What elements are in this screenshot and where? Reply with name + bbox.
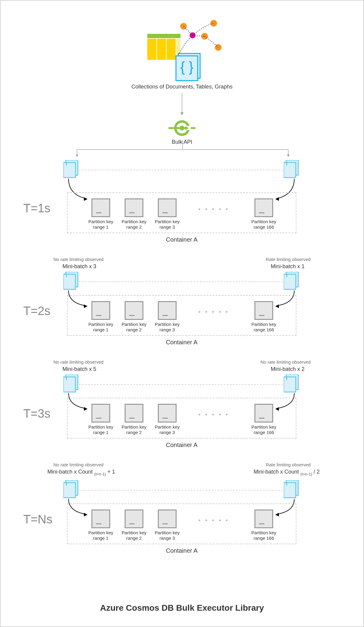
partition-box-icon xyxy=(158,301,177,320)
note-left-2: No rate limiting observed xyxy=(53,257,104,262)
partition-166: Partition keyrange 166 xyxy=(249,301,279,333)
doc-stack-right-3 xyxy=(284,375,299,393)
partition-2: Partition keyrange 2 xyxy=(119,198,149,230)
batch-prefix-left: Mini-batch x Count xyxy=(47,469,94,475)
partition-box-icon xyxy=(254,301,273,320)
container-box-2: Partition keyrange 1Partition keyrange 2… xyxy=(67,295,296,336)
doc-stack-right-n xyxy=(284,480,299,499)
batch-sub-left: (t=n-1) xyxy=(94,472,106,476)
partition-box-icon xyxy=(125,510,143,528)
batch-left-2: Mini-batch x 3 xyxy=(62,263,96,270)
partition-box-icon xyxy=(91,198,110,217)
svg-rect-42 xyxy=(284,377,296,392)
partition-box-icon xyxy=(254,198,273,217)
partition-label: Partition keyrange 2 xyxy=(119,322,149,333)
partition-3: Partition keyrange 3 xyxy=(152,198,182,230)
partition-3: Partition keyrange 3 xyxy=(152,510,182,541)
bulk-api-icon xyxy=(168,120,196,136)
time-label-2: T=2s xyxy=(23,304,50,318)
batch-right-2: Mini-batch x 1 xyxy=(271,263,305,270)
ellipsis-icon: ● ● ● ● ● xyxy=(193,404,235,416)
batch-suffix-left: + 1 xyxy=(106,469,115,475)
container-box-1: Partition keyrange 1Partition keyrange 2… xyxy=(67,192,296,233)
partition-box-icon xyxy=(91,510,110,528)
fanout-connector xyxy=(68,140,297,169)
note-right-3: No rate limiting observed xyxy=(260,359,311,365)
partition-label: Partition keyrange 166 xyxy=(249,530,279,541)
svg-rect-3 xyxy=(167,39,176,60)
svg-point-17 xyxy=(180,126,184,130)
svg-rect-28 xyxy=(284,162,296,178)
partition-166: Partition keyrange 166 xyxy=(249,198,279,230)
partition-166: Partition keyrange 166 xyxy=(249,510,279,541)
partition-label: Partition keyrange 1 xyxy=(86,530,116,541)
batch-right-n: Mini-batch x Count (t=n-1) / 2 xyxy=(254,469,320,475)
doc-connector-3 xyxy=(79,384,284,385)
doc-stack-right-2 xyxy=(284,272,299,291)
batch-left-n: Mini-batch x Count (t=n-1) + 1 xyxy=(47,469,115,475)
partition-3: Partition keyrange 3 xyxy=(152,301,182,333)
partition-label: Partition keyrange 2 xyxy=(119,219,149,230)
container-label-n: Container A xyxy=(68,547,296,554)
partition-2: Partition keyrange 2 xyxy=(119,404,149,435)
partition-1: Partition keyrange 1 xyxy=(86,510,116,541)
time-label-n: T=Ns xyxy=(23,513,53,526)
batch-right-3: Mini-batch x 2 xyxy=(271,366,305,372)
partition-label: Partition keyrange 3 xyxy=(152,322,182,333)
note-left-n: No rate limiting observed xyxy=(53,462,104,467)
partition-label: Partition keyrange 3 xyxy=(152,219,182,230)
partition-box-icon xyxy=(254,510,273,528)
partition-label: Partition keyrange 2 xyxy=(119,530,149,541)
svg-point-6 xyxy=(210,20,217,27)
doc-stack-left-2 xyxy=(63,272,79,291)
partition-2: Partition keyrange 2 xyxy=(119,510,149,541)
doc-connector-2 xyxy=(79,281,284,282)
collections-label: Collections of Documents, Tables, Graphs xyxy=(1,84,363,90)
time-label-1: T=1s xyxy=(23,201,50,215)
note-right-2: Rate limiting observed xyxy=(266,257,311,262)
partition-box-icon xyxy=(254,404,273,423)
svg-rect-35 xyxy=(284,274,296,289)
container-box-n: Partition keyrange 1Partition keyrange 2… xyxy=(67,503,296,544)
svg-marker-14 xyxy=(180,112,184,115)
partition-box-icon xyxy=(91,301,110,320)
batch-suffix-right: / 2 xyxy=(312,469,320,475)
doc-stack-left-3 xyxy=(63,375,79,393)
svg-rect-49 xyxy=(284,483,296,498)
time-label-3: T=3s xyxy=(23,407,50,420)
container-label-1: Container A xyxy=(68,236,296,243)
doc-stack-left-1 xyxy=(63,160,79,179)
container-box-3: Partition keyrange 1Partition keyrange 2… xyxy=(67,398,296,439)
note-right-n: Rate limiting observed xyxy=(266,462,311,467)
partition-label: Partition keyrange 166 xyxy=(249,424,279,435)
partition-box-icon xyxy=(158,404,177,423)
svg-rect-40 xyxy=(63,377,75,392)
doc-connector-1 xyxy=(79,170,284,170)
arrow-down-icon xyxy=(179,93,185,116)
partition-box-icon xyxy=(158,510,177,528)
container-label-2: Container A xyxy=(68,339,296,346)
partition-box-icon xyxy=(91,404,110,423)
partition-1: Partition keyrange 1 xyxy=(86,198,116,230)
doc-stack-right-1 xyxy=(284,160,299,179)
source-area: { } Collections of Documents, Tables, Gr… xyxy=(1,19,363,116)
diagram-frame: { } Collections of Documents, Tables, Gr… xyxy=(0,0,364,627)
bulk-api-area: Bulk API xyxy=(1,120,363,145)
source-icons: { } xyxy=(140,19,224,82)
svg-text:{ }: { } xyxy=(180,59,193,75)
partition-box-icon xyxy=(125,301,143,320)
diagram-title: Azure Cosmos DB Bulk Executor Library xyxy=(1,603,363,613)
ellipsis-icon: ● ● ● ● ● xyxy=(193,198,235,211)
partition-label: Partition keyrange 166 xyxy=(249,322,279,333)
svg-rect-1 xyxy=(147,39,156,60)
partition-box-icon xyxy=(158,198,177,217)
svg-rect-26 xyxy=(63,162,75,178)
partition-label: Partition keyrange 2 xyxy=(119,424,149,435)
partition-label: Partition keyrange 166 xyxy=(249,219,279,230)
partition-166: Partition keyrange 166 xyxy=(249,404,279,435)
note-left-3: No rate limiting observed xyxy=(53,359,104,365)
ellipsis-icon: ● ● ● ● ● xyxy=(193,510,235,522)
doc-connector-n xyxy=(79,490,284,490)
batch-left-3: Mini-batch x 5 xyxy=(62,366,96,372)
svg-rect-33 xyxy=(63,274,75,289)
